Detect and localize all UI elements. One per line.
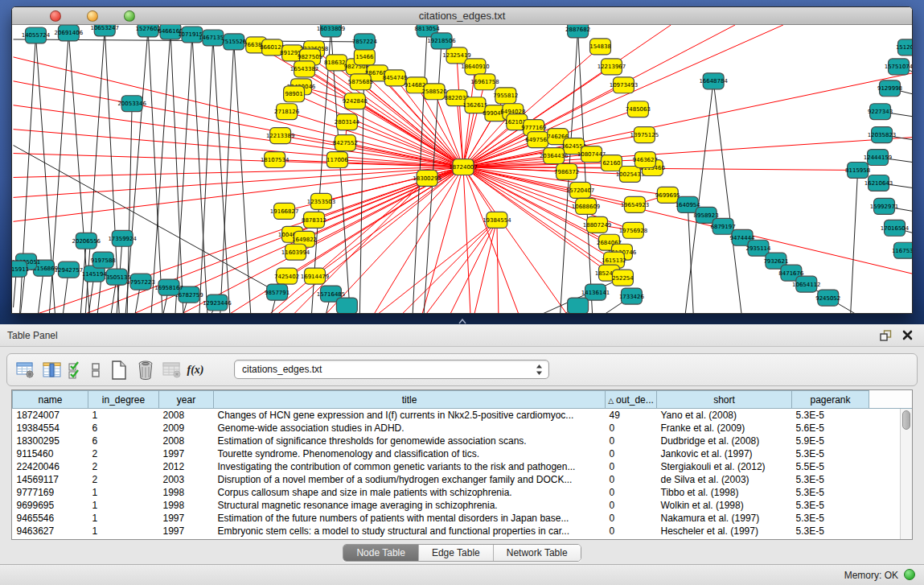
table-cell[interactable]: 1998 <box>159 486 214 499</box>
table-row[interactable]: 1872400712008Changes of HCN gene express… <box>13 409 914 422</box>
table-cell[interactable]: 5.3E-5 <box>792 499 869 512</box>
table-cell[interactable]: 5.3E-5 <box>792 525 869 538</box>
table-cell[interactable]: 5.6E-5 <box>792 422 869 435</box>
table-cell[interactable]: 9115460 <box>13 447 88 460</box>
splitter-handle[interactable] <box>458 319 466 324</box>
tab-network-table[interactable]: Network Table <box>494 545 581 561</box>
table-cell[interactable]: Embryonic stem cells: a model to study s… <box>214 525 606 538</box>
table-cell[interactable]: Stergiakouli et al. (2012) <box>657 460 792 473</box>
table-cell[interactable]: Genome-wide association studies in ADHD. <box>214 422 606 435</box>
table-cell[interactable]: 1998 <box>159 499 214 512</box>
function-builder-icon[interactable]: f(x) <box>187 360 204 381</box>
table-row[interactable]: 977716911998Corpus callosum shape and si… <box>13 486 914 499</box>
row-selection-icon[interactable] <box>67 360 84 381</box>
table-cell[interactable]: 0 <box>606 473 657 486</box>
delete-table-icon[interactable] <box>160 360 184 381</box>
table-cell[interactable]: Tourette syndrome. Phenomenology and cla… <box>214 447 606 460</box>
table-cell[interactable]: 2009 <box>159 422 214 435</box>
table-cell[interactable]: 49 <box>606 409 657 422</box>
table-cell[interactable]: 0 <box>606 486 657 499</box>
table-cell[interactable]: Disruption of a novel member of a sodium… <box>214 473 606 486</box>
table-cell[interactable]: Investigating the contribution of common… <box>214 460 606 473</box>
table-cell[interactable]: 9777169 <box>13 486 88 499</box>
table-cell[interactable]: Estimation of the future numbers of pati… <box>214 512 606 525</box>
table-cell[interactable]: Yano et al. (2008) <box>657 409 792 422</box>
new-column-icon[interactable] <box>107 360 131 381</box>
table-cell[interactable]: Tibbo et al. (1998) <box>657 486 792 499</box>
table-cell[interactable]: 2008 <box>159 409 214 422</box>
table-cell[interactable]: Changes of HCN gene expression and I(f) … <box>214 409 606 422</box>
table-cell[interactable]: 14569117 <box>13 473 88 486</box>
table-row[interactable]: 1456911722003Disruption of a novel membe… <box>13 473 914 486</box>
table-cell[interactable]: 1 <box>88 486 159 499</box>
column-header[interactable]: pagerank <box>792 391 869 409</box>
table-cell[interactable]: 22420046 <box>13 460 88 473</box>
table-row[interactable]: 911546021997Tourette syndrome. Phenomeno… <box>13 447 914 460</box>
tab-edge-table[interactable]: Edge Table <box>419 545 494 561</box>
table-cell[interactable]: 2 <box>88 460 159 473</box>
table-cell[interactable]: Corpus callosum shape and size in male p… <box>214 486 606 499</box>
table-cell[interactable]: 2 <box>88 447 159 460</box>
table-cell[interactable]: 9465546 <box>13 512 88 525</box>
table-cell[interactable]: 5.3E-5 <box>792 512 869 525</box>
table-cell[interactable]: 0 <box>606 422 657 435</box>
table-cell[interactable]: 2008 <box>159 435 214 447</box>
table-row[interactable]: 2242004622012Investigating the contribut… <box>13 460 914 473</box>
table-cell[interactable]: 18300295 <box>13 435 88 447</box>
column-header[interactable]: title <box>214 391 606 409</box>
table-cell[interactable]: 0 <box>606 499 657 512</box>
table-cell[interactable]: 5.3E-5 <box>792 486 869 499</box>
table-cell[interactable]: 19384554 <box>13 422 88 435</box>
table-cell[interactable]: 18724007 <box>13 409 88 422</box>
column-header[interactable]: short <box>657 391 792 409</box>
table-cell[interactable]: 1997 <box>159 512 214 525</box>
table-cell[interactable]: 0 <box>606 460 657 473</box>
table-cell[interactable]: 6 <box>88 435 159 447</box>
table-cell[interactable]: de Silva et al. (2003) <box>657 473 792 486</box>
scrollbar-thumb[interactable] <box>902 410 910 430</box>
table-cell[interactable]: 5.3E-5 <box>792 473 869 486</box>
table-row[interactable]: 969969511998Structural magnetic resonanc… <box>13 499 914 512</box>
table-cell[interactable]: Estimation of significance thresholds fo… <box>214 435 606 447</box>
float-panel-icon[interactable] <box>880 330 892 341</box>
table-cell[interactable]: 2 <box>88 473 159 486</box>
table-scrollbar[interactable] <box>900 409 912 539</box>
column-header[interactable]: name <box>13 391 88 409</box>
window-titlebar[interactable]: citations_edges.txt <box>12 7 912 25</box>
column-visibility-icon[interactable] <box>40 360 64 381</box>
column-header[interactable]: △out_de... <box>606 391 657 409</box>
table-cell[interactable]: 1 <box>88 525 159 538</box>
table-options-icon[interactable] <box>14 360 38 381</box>
table-cell[interactable]: 1997 <box>159 525 214 538</box>
table-cell[interactable]: 2003 <box>159 473 214 486</box>
table-cell[interactable]: Franke et al. (2009) <box>657 422 792 435</box>
tab-node-table[interactable]: Node Table <box>343 545 419 561</box>
table-row[interactable]: 1938455462009Genome-wide association stu… <box>13 422 914 435</box>
table-cell[interactable]: 5.3E-5 <box>792 447 869 460</box>
table-select-dropdown[interactable]: citations_edges.txt <box>234 360 549 379</box>
table-cell[interactable]: 5.5E-5 <box>792 460 869 473</box>
column-header[interactable]: year <box>159 391 214 409</box>
delete-column-icon[interactable] <box>133 360 158 381</box>
table-row[interactable]: 946554611997Estimation of the future num… <box>13 512 914 525</box>
table-cell[interactable]: 0 <box>606 435 657 447</box>
memory-status-indicator[interactable] <box>904 569 915 580</box>
table-cell[interactable]: 5.3E-5 <box>792 409 869 422</box>
table-mode-icon[interactable] <box>87 360 105 381</box>
column-header[interactable]: in_degree <box>88 391 159 409</box>
table-cell[interactable]: 5.9E-5 <box>792 435 869 447</box>
table-cell[interactable]: 6 <box>88 422 159 435</box>
table-cell[interactable]: 2012 <box>159 460 214 473</box>
table-row[interactable]: 1830029562008Estimation of significance … <box>13 435 914 447</box>
citation-network-graph[interactable]: 1872400776638228660128891295423226058982… <box>12 25 913 314</box>
table-header-row[interactable]: namein_degreeyeartitle△out_de...shortpag… <box>13 391 914 409</box>
close-panel-icon[interactable] <box>902 330 913 340</box>
table-cell[interactable]: 1 <box>88 512 159 525</box>
network-view-canvas[interactable]: 1872400776638228660128891295423226058982… <box>12 25 913 314</box>
table-cell[interactable]: Jankovic et al. (1997) <box>657 447 792 460</box>
graph-node[interactable] <box>336 298 357 314</box>
table-cell[interactable]: 1997 <box>159 447 214 460</box>
table-cell[interactable]: 0 <box>606 525 657 538</box>
graph-node[interactable] <box>568 298 589 314</box>
table-cell[interactable]: 1 <box>88 499 159 512</box>
